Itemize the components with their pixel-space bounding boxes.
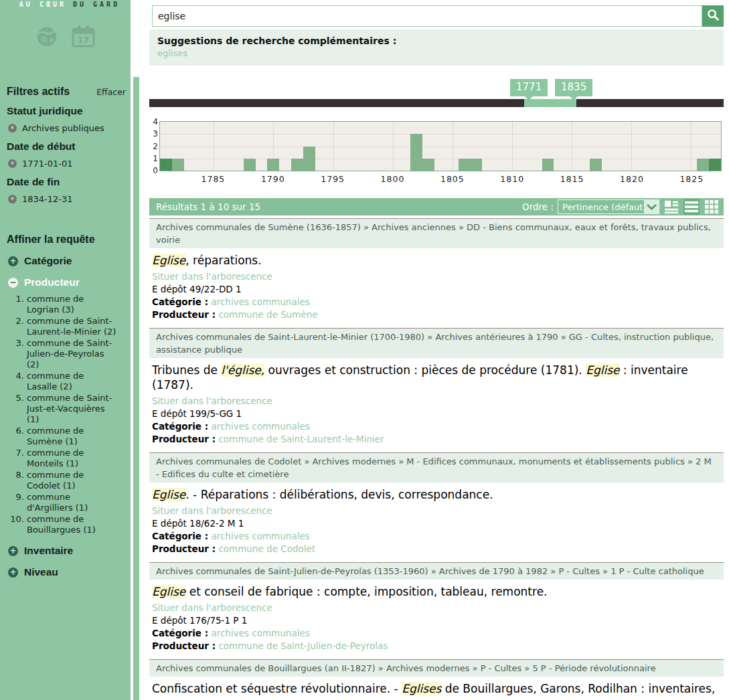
producer-link[interactable]: commune de Saint-Laurent-le-Minier [218, 434, 384, 444]
order-label: Ordre : [522, 201, 554, 212]
search-input[interactable] [152, 5, 702, 27]
histogram-plot-area[interactable]: 01234 [159, 121, 722, 171]
result-title: Tribunes de l'église, ouvrages et constr… [152, 363, 724, 392]
reference-code: E dépôt 18/62-2 M 1 [152, 518, 724, 529]
histogram-bar[interactable] [160, 159, 172, 171]
histogram-x-tick-label: 1800 [381, 174, 405, 184]
producer-link[interactable]: commune de Codolet [218, 543, 315, 554]
histogram-bar[interactable] [590, 159, 602, 171]
producer-link[interactable]: commune de Sumène [218, 309, 317, 320]
result-group: Archives communales de Codolet » Archive… [149, 452, 724, 559]
facet-label: Niveau [24, 566, 58, 578]
producer-item[interactable]: commune de Sumène (1) [27, 426, 126, 447]
histogram-y-tick-label: 0 [149, 166, 158, 175]
producer-item[interactable]: commune de Saint-Julien-de-Peyrolas (2) [27, 338, 126, 370]
filter-value-statut[interactable]: ✕ Archives publiques [7, 123, 126, 133]
slider-end-handle[interactable]: 1835 [555, 79, 592, 96]
facet-label: Catégorie [24, 255, 72, 267]
result-item: Tribunes de l'église, ouvrages et constr… [149, 358, 724, 450]
producer-label: Producteur : [152, 543, 216, 554]
histogram-bar[interactable] [471, 159, 483, 171]
situate-tree-link[interactable]: Situer dans l'arborescence [152, 505, 724, 516]
histogram-bar[interactable] [709, 159, 721, 171]
sidebar: AU CŒUR DU GARD 17 [0, 0, 139, 700]
result-breadcrumb[interactable]: Archives communales de Sumène (1636-1857… [149, 218, 724, 248]
clear-filters-link[interactable]: Effacer [96, 87, 126, 97]
producer-item[interactable]: commune de Monteils (1) [27, 448, 126, 469]
filter-group-date-debut: Date de début [7, 141, 126, 153]
facet-niveau[interactable]: + Niveau [8, 566, 126, 578]
search-term-highlight: Eglises [402, 682, 441, 695]
filter-value-date-fin[interactable]: ✕ 1834-12-31 [7, 194, 126, 204]
producer-item[interactable]: commune de Lasalle (2) [27, 371, 126, 392]
producer-item[interactable]: commune de Saint-Just-et-Vacquières (1) [27, 393, 126, 425]
producer-item[interactable]: commune de Codolet (1) [27, 470, 126, 491]
search-bar [152, 5, 724, 27]
result-breadcrumb[interactable]: Archives communales de Saint-Laurent-le-… [149, 328, 724, 358]
histogram-bar[interactable] [697, 159, 709, 171]
results-list: Archives communales de Sumène (1636-1857… [149, 218, 724, 700]
producer-label: Producteur : [152, 309, 216, 320]
filter-value-date-debut[interactable]: ✕ 1771-01-01 [7, 159, 126, 169]
suggestion-link[interactable]: eglises [157, 48, 187, 58]
slider-track[interactable] [149, 99, 724, 107]
slider-start-handle[interactable]: 1771 [510, 79, 548, 96]
result-breadcrumb[interactable]: Archives communales de Bouillargues (an … [149, 659, 724, 677]
histogram-bar[interactable] [542, 159, 554, 171]
histogram-bar[interactable] [244, 159, 256, 171]
producer-item[interactable]: commune de Saint-Laurent-le-Minier (2) [27, 316, 126, 337]
histogram-y-tick-label: 4 [149, 117, 158, 126]
detail-view-icon[interactable] [663, 199, 679, 215]
circle-x-icon[interactable]: ✕ [8, 195, 17, 203]
facet-categorie[interactable]: + Catégorie [8, 255, 126, 267]
producer-item[interactable]: commune de Logrian (3) [27, 294, 126, 315]
result-breadcrumb[interactable]: Archives communales de Codolet » Archive… [149, 452, 724, 483]
situate-tree-link[interactable]: Situer dans l'arborescence [152, 602, 724, 613]
sidebar-header-icons: 17 [0, 8, 131, 52]
circle-x-icon[interactable]: ✕ [8, 159, 17, 168]
facet-producteur[interactable]: − Producteur [8, 276, 126, 288]
facet-inventaire[interactable]: + Inventaire [8, 545, 126, 557]
reference-code: E dépôt 176/75-1 P 1 [152, 615, 724, 626]
category-link[interactable]: archives communales [211, 531, 309, 541]
histogram-bar[interactable] [303, 147, 315, 171]
calendar-day-number: 17 [77, 35, 89, 45]
grid-view-icon[interactable] [704, 199, 720, 215]
situate-tree-link[interactable]: Situer dans l'arborescence [152, 271, 724, 282]
filter-value-label: Archives publiques [22, 123, 104, 133]
slider-selected-range[interactable] [524, 99, 576, 107]
sidebar-header-gap [131, 0, 139, 77]
histogram-gridline [160, 147, 721, 147]
situate-tree-link[interactable]: Situer dans l'arborescence [152, 396, 724, 406]
calendar-icon[interactable]: 17 [70, 24, 96, 52]
histogram-bar[interactable] [172, 159, 184, 171]
category-link[interactable]: archives communales [211, 628, 309, 638]
histogram-y-tick-label: 2 [149, 142, 158, 151]
category-link[interactable]: archives communales [211, 421, 309, 432]
reference-code: E dépôt 199/5-GG 1 [152, 408, 724, 419]
category-link[interactable]: archives communales [211, 296, 309, 307]
result-breadcrumb[interactable]: Archives communales de Saint-Julien-de-P… [149, 562, 724, 580]
category-label: Catégorie : [152, 296, 208, 307]
histogram-bar[interactable] [267, 159, 279, 171]
plus-circle-icon: + [8, 546, 18, 556]
histogram-bar[interactable] [459, 159, 471, 171]
facet-label: Producteur [24, 276, 80, 288]
producer-item[interactable]: commune d'Argilliers (1) [27, 492, 126, 513]
search-button[interactable] [702, 5, 724, 27]
logo-tagline-light: AU CŒUR [19, 1, 66, 8]
filter-group-date-fin: Date de fin [7, 176, 126, 188]
order-select[interactable]: Pertinence (défaut) [558, 199, 659, 214]
chevron-down-icon [644, 199, 659, 214]
histogram-bar[interactable] [410, 134, 422, 171]
producer-link[interactable]: commune de Saint-Julien-de-Peyrolas [218, 640, 388, 651]
list-view-icon[interactable] [683, 199, 700, 215]
histogram-x-tick-label: 1810 [500, 174, 524, 184]
title-text: . - Réparations : délibérations, devis, … [185, 488, 493, 501]
circle-x-icon[interactable]: ✕ [8, 124, 17, 133]
category-row: Catégorie : archives communales [152, 421, 724, 432]
histogram-bar[interactable] [291, 159, 303, 171]
histogram-bar[interactable] [422, 159, 434, 171]
producer-item[interactable]: commune de Bouillargues (1) [27, 514, 126, 535]
globe-icon[interactable] [35, 25, 58, 51]
